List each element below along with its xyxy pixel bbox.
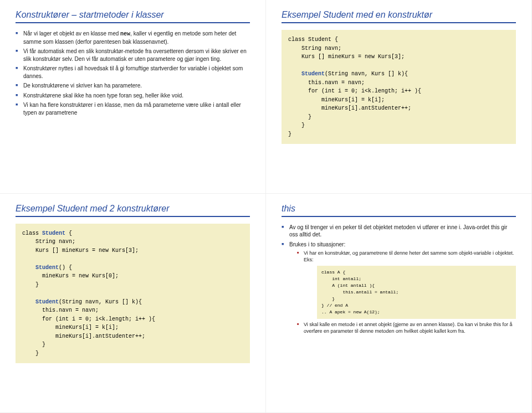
bullet-item: Brukes i to situasjoner: Vi har en konst… bbox=[282, 241, 516, 334]
bullet-item: Av og til trenger vi en peker til det ob… bbox=[282, 224, 516, 239]
slide-2: Eksempel Student med en konstruktør clas… bbox=[266, 0, 532, 194]
slide-2-title: Eksempel Student med en konstruktør bbox=[282, 10, 516, 23]
sub-bullet-item: Vi skal kalle en metode i et annet objek… bbox=[297, 321, 516, 334]
slide-1-title: Konstruktører – startmetoder i klasser bbox=[16, 10, 250, 23]
bullet-item: Konstruktører nyttes i all hovedsak til … bbox=[16, 65, 250, 80]
bullet-item: Konstruktørene skal ikke ha noen type fo… bbox=[16, 92, 250, 100]
slide-3-title: Eksempel Student med 2 konstruktører bbox=[16, 204, 250, 217]
slide-2-code: class Student { String navn; Kurs [] min… bbox=[282, 30, 516, 144]
slide-4-bullets: Av og til trenger vi en peker til det ob… bbox=[282, 224, 516, 334]
bullet-item: Vi får automatisk med en slik konstruktø… bbox=[16, 48, 250, 63]
sub-bullet-item: Vi har en konstruktør, og parametrene ti… bbox=[297, 250, 516, 318]
sub-bullets: Vi har en konstruktør, og parametrene ti… bbox=[289, 250, 516, 334]
slide-3-code: class Student { String navn; Kurs [] min… bbox=[16, 224, 250, 364]
slide-3: Eksempel Student med 2 konstruktører cla… bbox=[0, 194, 266, 413]
bullet-item: De konstruktørene vi skriver kan ha para… bbox=[16, 82, 250, 90]
slide-4: this Av og til trenger vi en peker til d… bbox=[266, 194, 532, 413]
slide-1: Konstruktører – startmetoder i klasser N… bbox=[0, 0, 266, 194]
bullet-item: Vi kan ha flere konstruktører i en klass… bbox=[16, 101, 250, 116]
slide-grid: Konstruktører – startmetoder i klasser N… bbox=[0, 0, 532, 413]
slide-4-code: class A { int antall; A (int antall ){ t… bbox=[317, 266, 516, 319]
slide-1-bullets: Når vi lager et objekt av en klasse med … bbox=[16, 30, 250, 116]
bullet-item: Når vi lager et objekt av en klasse med … bbox=[16, 30, 250, 45]
slide-4-title: this bbox=[282, 204, 516, 217]
